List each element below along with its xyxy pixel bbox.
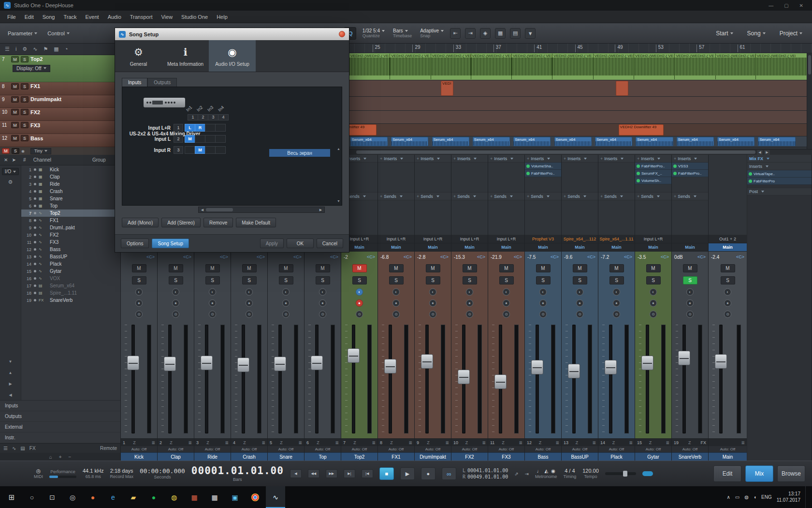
fader-value[interactable]: -7.5 [527, 254, 536, 260]
clock[interactable]: 13:17 11.07.2017 [777, 491, 800, 503]
solo-button[interactable]: S [389, 276, 404, 284]
close-button[interactable]: ✕ [799, 3, 803, 8]
plugin-power-icon[interactable] [673, 172, 677, 175]
fader-track[interactable] [646, 325, 649, 433]
fader-value[interactable]: -9.6 [564, 254, 572, 260]
fx-channels-icon[interactable]: FX [29, 446, 36, 451]
automation-mode[interactable]: Auto: Off [304, 446, 341, 452]
input-select[interactable]: Input L+R [635, 235, 671, 243]
record-arm-icon[interactable]: ● [503, 299, 510, 307]
insert-plugin[interactable]: VolumeSh.. [635, 177, 671, 184]
metronome-icon[interactable]: ◭ [545, 468, 549, 474]
channel-list-item[interactable]: 16 ∿ VOX [21, 275, 120, 282]
matrix-cell[interactable] [215, 146, 226, 154]
maximize-button[interactable]: ▢ [784, 3, 788, 8]
audio-clip[interactable]: VEDH2-(WEDH2-( VED [674, 54, 714, 79]
inserts-header[interactable]: + Inserts [451, 155, 488, 163]
collapse-left-icon[interactable]: ◀ [9, 393, 12, 397]
matrix-cell[interactable]: M [195, 146, 205, 154]
fader-handle[interactable] [641, 356, 653, 370]
automation-z-icon[interactable]: Z [465, 440, 468, 445]
mono-toggle-icon[interactable]: ◐ [392, 288, 400, 296]
solo-button[interactable]: S [21, 135, 29, 141]
pan-control[interactable]: <C> [477, 254, 485, 259]
track-menu-icon[interactable]: ☰ [5, 46, 10, 52]
fader-handle[interactable] [237, 358, 249, 372]
matrix-cell[interactable] [195, 135, 205, 143]
output-select[interactable]: Main [598, 243, 635, 252]
strip-name[interactable]: FX3 [488, 452, 524, 461]
dialog-tab[interactable]: ◉ Audio I/O Setup [209, 40, 256, 72]
track-header[interactable]: 12 M S Bass [0, 134, 120, 147]
record-arm-icon[interactable]: ● [209, 299, 216, 307]
add-insert-button[interactable]: + [564, 156, 566, 161]
solo-button[interactable]: S [609, 276, 624, 284]
mute-button[interactable]: M [11, 96, 19, 103]
audio-clip[interactable]: VED! [441, 81, 453, 96]
fader-value[interactable]: -15.3 [454, 254, 465, 260]
add-insert-button[interactable]: + [380, 156, 382, 161]
track-header[interactable]: 7 M S Top2 ∿ Display: Off [0, 55, 120, 82]
audio-clip[interactable]: Serum_x64 [677, 137, 714, 146]
automation-mode[interactable]: Auto: Off [709, 446, 747, 452]
meter-mode-icon[interactable]: ≣ [408, 440, 412, 445]
fader-handle[interactable] [311, 356, 323, 370]
channel-active-dot[interactable] [34, 197, 36, 200]
track-header[interactable]: 8 M S FX1 [0, 82, 120, 95]
pan-control[interactable]: <C> [551, 254, 559, 259]
meter-mode-icon[interactable]: ≣ [151, 440, 155, 445]
sends-header[interactable]: + Sends [635, 193, 671, 200]
fader-value[interactable]: -6.8 [380, 254, 389, 260]
audio-clip[interactable]: VEDH2-(WEDH2-( VED [511, 54, 551, 79]
insert-plugin[interactable]: FabFilterPro [747, 178, 812, 185]
click-icon[interactable]: ♩ [537, 468, 542, 474]
monitor-icon[interactable]: ⊙ [172, 311, 179, 318]
pan-control[interactable]: <C> [220, 254, 228, 259]
channel-list-item[interactable]: 1 ▦ Kick [21, 166, 120, 173]
output-select[interactable]: Main [635, 243, 671, 252]
mute-button[interactable]: M [426, 264, 440, 272]
channel-list-item[interactable]: 17 ▤ Serum_x64 [21, 282, 120, 289]
channel-list-item[interactable]: 18 ▤ Spire_...1.11 [21, 289, 120, 297]
meter-mode-icon[interactable]: ≣ [482, 440, 486, 445]
tray-expand-icon[interactable]: ∧ [726, 494, 730, 500]
meter-mode-icon[interactable]: ≣ [629, 440, 633, 445]
channel-active-dot[interactable] [34, 299, 36, 301]
solo-button[interactable]: S [683, 276, 697, 284]
fader-handle[interactable] [568, 364, 580, 378]
channel-list-item[interactable]: 14 ∿ Plack [21, 260, 120, 268]
input-select[interactable]: Spire_x64_...112 [562, 235, 598, 243]
inserts-header[interactable]: + Inserts [635, 155, 671, 163]
plugin-power-icon[interactable] [637, 172, 640, 175]
menu-item[interactable]: File [3, 12, 20, 22]
fader-handle[interactable] [127, 356, 139, 370]
wrench-icon[interactable]: ⚙ [8, 179, 13, 185]
next-bar-button[interactable]: ▶| [344, 469, 355, 478]
song-setup-button[interactable]: Song Setup [152, 239, 188, 248]
insert-plugin[interactable]: FabFilterPro.. [635, 163, 671, 170]
pan-control[interactable]: <C> [293, 254, 302, 259]
monitor-icon[interactable]: ⊙ [613, 311, 620, 318]
matrix-cell[interactable] [215, 124, 226, 132]
console-menu-icon[interactable]: ☰ [3, 446, 8, 451]
solo-button[interactable]: S [242, 276, 257, 284]
record-arm-icon[interactable]: ● [392, 299, 400, 307]
quantize-setting[interactable]: 1/32 5:4 Quantize [361, 28, 387, 39]
matrix-cell[interactable] [205, 146, 216, 154]
insert-plugin[interactable]: SerumFX_.. [635, 170, 671, 177]
fader-track[interactable] [168, 325, 172, 433]
scroll-right-icon[interactable]: ▶ [764, 150, 770, 155]
channel-active-dot[interactable] [34, 190, 36, 193]
channel-active-dot[interactable] [34, 176, 36, 178]
matrix-action-button[interactable]: Add (Stereo) [161, 218, 201, 227]
strip-name[interactable]: Clap [158, 452, 194, 461]
solo-button[interactable]: S [426, 276, 440, 284]
mono-toggle-icon[interactable]: ◐ [686, 288, 694, 296]
channel-active-dot[interactable] [34, 183, 36, 185]
matrix-cell[interactable] [215, 135, 226, 143]
monitor-icon[interactable]: ⊙ [356, 311, 363, 318]
studio-one-icon[interactable]: ∿ [266, 486, 285, 508]
people-icon[interactable]: ◎ [63, 486, 82, 508]
volume-icon[interactable]: ◖ [754, 494, 756, 500]
fader-track[interactable] [205, 325, 208, 433]
